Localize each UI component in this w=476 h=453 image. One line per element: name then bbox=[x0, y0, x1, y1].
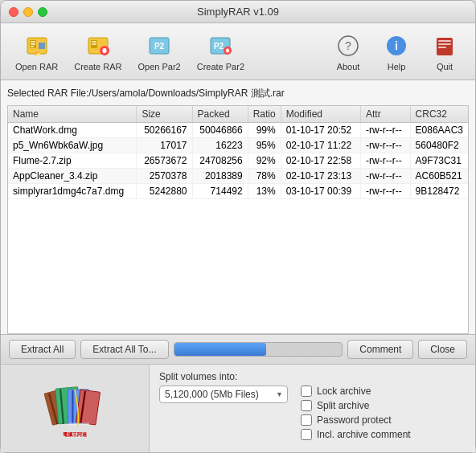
bottom-panel: 電腦王阿達 Split volumes into: 5,120,000 (5Mb… bbox=[1, 364, 475, 452]
checkbox-row-incl_archive_comment: Incl. archive comment bbox=[301, 429, 411, 440]
close-button[interactable]: Close bbox=[418, 340, 467, 359]
svg-rect-26 bbox=[438, 43, 451, 45]
svg-text:📂: 📂 bbox=[34, 51, 40, 57]
quit-label: Quit bbox=[437, 62, 453, 71]
table-header-row: Name Size Packed Ratio Modified Attr CRC… bbox=[8, 106, 468, 123]
svg-rect-3 bbox=[31, 43, 35, 45]
col-header-crc[interactable]: CRC32 bbox=[410, 106, 468, 123]
about-icon: ? bbox=[334, 31, 363, 60]
checkboxes-section: Lock archiveSplit archivePassword protec… bbox=[301, 371, 411, 446]
about-label: About bbox=[337, 62, 360, 71]
table-row[interactable]: p5_Wn6Wbk6aW.jpg170171622395%02-10-17 11… bbox=[8, 138, 468, 153]
close-button[interactable] bbox=[9, 7, 18, 17]
checkbox-label-incl_archive_comment[interactable]: Incl. archive comment bbox=[317, 429, 411, 440]
svg-rect-2 bbox=[31, 41, 35, 43]
svg-text:P2: P2 bbox=[154, 42, 165, 51]
selected-file-label: Selected RAR File:/Users/amola/Downloads… bbox=[7, 85, 469, 102]
maximize-button[interactable] bbox=[38, 7, 47, 17]
toolbar: 📂 Open RAR Create RAR bbox=[1, 23, 475, 80]
minimize-button[interactable] bbox=[23, 7, 33, 17]
svg-text:?: ? bbox=[345, 39, 351, 52]
open-rar-icon: 📂 bbox=[23, 31, 51, 60]
help-label: Help bbox=[388, 62, 406, 71]
extract-all-to-button[interactable]: Extract All To... bbox=[80, 340, 168, 359]
svg-rect-36 bbox=[72, 390, 73, 424]
col-header-ratio[interactable]: Ratio bbox=[248, 106, 281, 123]
svg-rect-27 bbox=[438, 47, 446, 48]
open-par2-button[interactable]: P2 Open Par2 bbox=[132, 28, 187, 75]
svg-rect-9 bbox=[92, 43, 96, 45]
progress-bar-fill bbox=[174, 343, 267, 356]
table-row[interactable]: ChatWork.dmg502661675004686699%01-10-17 … bbox=[8, 123, 468, 138]
svg-text:電腦王阿達: 電腦王阿達 bbox=[63, 431, 88, 437]
window-title: SimplyRAR v1.09 bbox=[197, 6, 279, 18]
checkbox-label-lock_archive[interactable]: Lock archive bbox=[317, 386, 371, 397]
open-par2-label: Open Par2 bbox=[138, 62, 181, 71]
progress-bar-container bbox=[174, 342, 343, 357]
col-header-packed[interactable]: Packed bbox=[192, 106, 248, 123]
options-panel: Split volumes into: 5,120,000 (5Mb Files… bbox=[150, 365, 475, 452]
checkbox-password_protect[interactable] bbox=[301, 414, 312, 426]
create-par2-button[interactable]: P2 Create Par2 bbox=[191, 28, 251, 75]
svg-rect-40 bbox=[69, 423, 90, 426]
help-button[interactable]: i Help bbox=[374, 28, 419, 75]
create-rar-label: Create RAR bbox=[74, 62, 121, 71]
checkbox-row-split_archive: Split archive bbox=[301, 400, 411, 411]
svg-rect-8 bbox=[92, 41, 96, 43]
create-rar-button[interactable]: Create RAR bbox=[68, 28, 128, 75]
col-header-name[interactable]: Name bbox=[8, 106, 137, 123]
open-rar-label: Open RAR bbox=[15, 62, 58, 71]
create-rar-icon bbox=[84, 31, 113, 60]
about-button[interactable]: ? About bbox=[326, 28, 371, 75]
split-select-wrapper: 5,120,000 (5Mb Files)10,240,000 (10Mb Fi… bbox=[159, 386, 288, 403]
svg-rect-25 bbox=[438, 40, 451, 42]
open-rar-button[interactable]: 📂 Open RAR bbox=[9, 28, 64, 75]
create-par2-icon: P2 bbox=[206, 31, 235, 60]
file-table-container: Name Size Packed Ratio Modified Attr CRC… bbox=[7, 105, 469, 334]
extract-all-button[interactable]: Extract All bbox=[9, 340, 76, 359]
svg-rect-12 bbox=[102, 50, 107, 51]
bottom-action-bar: Extract All Extract All To... Comment Cl… bbox=[1, 334, 475, 364]
rar-books-icon: 電腦王阿達 bbox=[39, 378, 111, 439]
table-row[interactable]: AppCleaner_3.4.zip2570378201838978%02-10… bbox=[8, 169, 468, 184]
split-section: Split volumes into: 5,120,000 (5Mb Files… bbox=[159, 371, 288, 446]
col-header-size[interactable]: Size bbox=[137, 106, 192, 123]
quit-icon bbox=[430, 31, 459, 60]
main-window: SimplyRAR v1.09 📂 Open RAR bbox=[0, 0, 476, 453]
checkbox-row-password_protect: Password protect bbox=[301, 414, 411, 426]
open-par2-icon: P2 bbox=[145, 31, 174, 60]
svg-text:P2: P2 bbox=[214, 42, 224, 51]
traffic-lights bbox=[9, 7, 47, 17]
col-header-modified[interactable]: Modified bbox=[281, 106, 360, 123]
col-header-attr[interactable]: Attr bbox=[361, 106, 411, 123]
quit-button[interactable]: Quit bbox=[422, 28, 467, 75]
help-icon: i bbox=[382, 31, 411, 60]
checkbox-split_archive[interactable] bbox=[301, 400, 312, 411]
title-bar: SimplyRAR v1.09 bbox=[1, 1, 475, 23]
checkbox-label-split_archive[interactable]: Split archive bbox=[317, 400, 369, 411]
main-content: Selected RAR File:/Users/amola/Downloads… bbox=[1, 80, 475, 334]
svg-rect-19 bbox=[226, 51, 230, 52]
checkbox-row-lock_archive: Lock archive bbox=[301, 386, 411, 397]
svg-rect-4 bbox=[31, 46, 34, 47]
file-table: Name Size Packed Ratio Modified Attr CRC… bbox=[8, 106, 468, 199]
create-par2-label: Create Par2 bbox=[197, 62, 244, 71]
comment-button[interactable]: Comment bbox=[347, 340, 413, 359]
toolbar-right: ? About i Help bbox=[326, 28, 467, 75]
checkbox-label-password_protect[interactable]: Password protect bbox=[317, 414, 392, 426]
svg-text:i: i bbox=[395, 39, 398, 52]
checkbox-lock_archive[interactable] bbox=[301, 386, 312, 397]
table-row[interactable]: simplyrar1dmg4c7a7.dmg524288071449213%03… bbox=[8, 184, 468, 199]
checkbox-incl_archive_comment[interactable] bbox=[301, 429, 312, 440]
split-label: Split volumes into: bbox=[159, 371, 288, 382]
rar-image-area: 電腦王阿達 bbox=[1, 365, 150, 452]
split-select[interactable]: 5,120,000 (5Mb Files)10,240,000 (10Mb Fi… bbox=[159, 386, 288, 403]
table-row[interactable]: Flume-2.7.zip265736722470825692%02-10-17… bbox=[8, 153, 468, 169]
